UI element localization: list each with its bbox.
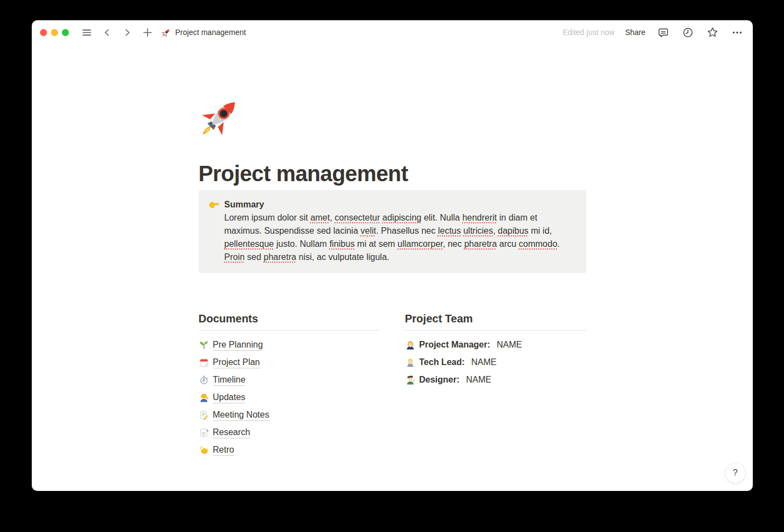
misspelled-word: consectetur xyxy=(335,213,380,222)
back-icon[interactable] xyxy=(100,25,114,39)
misspelled-word: amet xyxy=(310,213,330,222)
zoom-window-button[interactable] xyxy=(62,29,69,36)
team-heading: Project Team xyxy=(405,311,586,326)
divider xyxy=(405,330,586,331)
text-segment: . Phasellus nec xyxy=(376,226,438,235)
misspelled-word: adipiscing xyxy=(383,213,422,222)
text-segment: justo. Nullam xyxy=(274,239,329,248)
doc-row: Project Plan xyxy=(199,354,380,371)
team-row: Tech Lead: NAME xyxy=(405,354,586,371)
page-rocket-icon[interactable] xyxy=(200,94,244,137)
page-link-updates[interactable]: Updates xyxy=(213,391,246,403)
doc-row: Pre Planning xyxy=(199,336,380,354)
clapping-hands-icon xyxy=(199,445,209,455)
man-artist-icon xyxy=(405,375,416,385)
stopwatch-icon xyxy=(199,375,209,385)
misspelled-word: pharetra xyxy=(264,252,297,262)
text-segment: mi at sem xyxy=(355,239,397,248)
misspelled-word: ullamcorper xyxy=(397,239,443,248)
team-role: Designer: xyxy=(419,375,460,385)
misspelled-word: pharetra xyxy=(464,239,497,248)
woman-office-worker-icon xyxy=(405,340,416,350)
team-role: Tech Lead: xyxy=(419,357,465,367)
misspelled-word: finibus xyxy=(330,239,355,248)
team-list: Project Manager: NAME Tech Lead: NAME De… xyxy=(405,336,586,389)
forward-icon[interactable] xyxy=(120,25,134,39)
misspelled-word: ultricies xyxy=(463,226,493,235)
pointing-right-icon xyxy=(208,199,220,210)
team-role: Project Manager: xyxy=(419,340,491,350)
divider xyxy=(199,330,380,331)
two-column-section: Documents Pre Planning Project Plan xyxy=(199,311,586,459)
share-button[interactable]: Share xyxy=(625,28,645,37)
rocket-icon xyxy=(161,27,171,38)
misspelled-word: pellentesque xyxy=(224,239,274,248)
summary-callout[interactable]: Summary Lorem ipsum dolor sit amet, cons… xyxy=(199,190,586,273)
misspelled-word: commodo xyxy=(519,239,557,248)
minimize-window-button[interactable] xyxy=(51,29,58,36)
doc-row: Meeting Notes xyxy=(199,406,380,424)
text-segment: in diam et xyxy=(497,213,538,222)
tipping-hand-icon xyxy=(199,392,209,403)
doc-row: Timeline xyxy=(199,371,380,389)
text-segment: elit. Nulla xyxy=(422,213,463,222)
page-link-meeting-notes[interactable]: Meeting Notes xyxy=(213,409,269,421)
page-link-pre-planning[interactable]: Pre Planning xyxy=(213,339,263,351)
team-name: NAME xyxy=(497,340,522,350)
documents-heading: Documents xyxy=(199,311,380,326)
help-button[interactable]: ? xyxy=(725,463,745,483)
team-row: Designer: NAME xyxy=(405,371,586,389)
callout-body: Summary Lorem ipsum dolor sit amet, cons… xyxy=(224,198,560,264)
team-column: Project Team Project Manager: NAME Tech … xyxy=(405,311,586,459)
page-title[interactable]: Project management xyxy=(199,160,586,187)
documents-list: Pre Planning Project Plan Timeline xyxy=(199,336,380,459)
doc-row: Updates xyxy=(199,389,380,406)
doc-row: Retro xyxy=(199,441,380,459)
misspelled-word: Proin xyxy=(224,252,245,262)
text-segment: , nec xyxy=(443,239,464,248)
breadcrumb[interactable]: Project management xyxy=(161,27,246,38)
misspelled-word: lectus xyxy=(438,226,461,235)
memo-icon xyxy=(199,410,209,420)
page-link-timeline[interactable]: Timeline xyxy=(213,374,246,386)
sidebar-menu-icon[interactable] xyxy=(79,25,94,39)
history-icon[interactable] xyxy=(681,26,695,39)
text-segment: nisi, ac vulputate ligula. xyxy=(296,252,389,262)
close-window-button[interactable] xyxy=(40,29,47,36)
team-row: Project Manager: NAME xyxy=(405,336,586,354)
text-segment: arcu xyxy=(497,239,519,248)
team-name: NAME xyxy=(466,375,491,385)
more-icon[interactable] xyxy=(730,26,744,39)
team-name: NAME xyxy=(471,357,497,367)
misspelled-word: dapibus xyxy=(498,226,528,235)
text-segment: . xyxy=(557,239,560,248)
misspelled-word: velit xyxy=(361,226,376,235)
page-link-retro[interactable]: Retro xyxy=(213,444,234,456)
misspelled-word: hendrerit xyxy=(462,213,497,222)
app-window: Project management Edited just now Share… xyxy=(32,20,753,491)
seedling-icon xyxy=(199,340,209,350)
doc-row: Research xyxy=(199,424,380,441)
text-segment: , xyxy=(493,226,498,235)
callout-title: Summary xyxy=(224,198,560,211)
spiral-calendar-icon xyxy=(199,357,209,368)
text-segment: maximus. Suspendisse sed lacinia xyxy=(224,226,361,235)
text-segment: sed xyxy=(245,252,264,262)
documents-column: Documents Pre Planning Project Plan xyxy=(199,311,380,459)
traffic-lights xyxy=(40,29,69,36)
text-segment: Lorem ipsum dolor sit xyxy=(224,213,310,222)
titlebar-nav xyxy=(79,25,154,39)
technologist-icon xyxy=(405,357,416,368)
text-segment: mi id, xyxy=(528,226,552,235)
edited-status: Edited just now xyxy=(563,28,615,37)
callout-paragraph: Lorem ipsum dolor sit amet, consectetur … xyxy=(224,211,560,264)
page-content: Project management Summary Lorem ipsum d… xyxy=(32,44,753,491)
page-link-research[interactable]: Research xyxy=(213,426,250,438)
star-icon[interactable] xyxy=(705,26,719,39)
titlebar-actions: Edited just now Share xyxy=(563,26,744,39)
comment-icon[interactable] xyxy=(656,26,670,39)
new-page-icon[interactable] xyxy=(140,25,154,39)
page-link-project-plan[interactable]: Project Plan xyxy=(213,356,260,368)
bookmark-tabs-icon xyxy=(199,427,209,438)
titlebar: Project management Edited just now Share xyxy=(32,20,753,44)
